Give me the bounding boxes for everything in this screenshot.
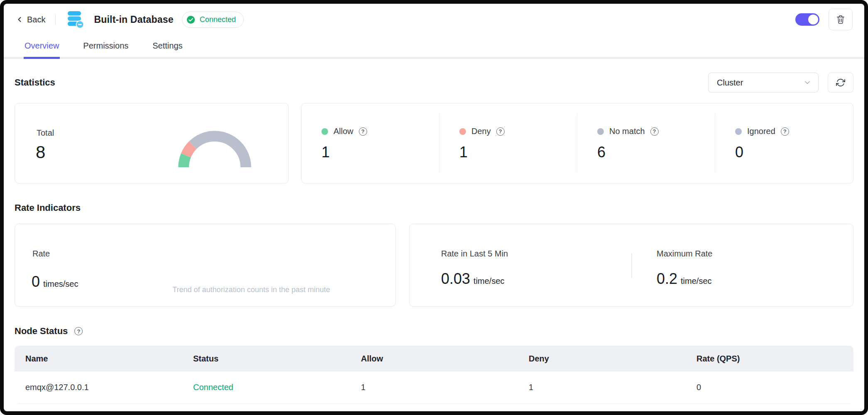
table-header-row: Name Status Allow Deny Rate (QPS) bbox=[15, 346, 853, 371]
rate-unit: times/sec bbox=[43, 279, 78, 289]
column-header-rate: Rate (QPS) bbox=[686, 354, 853, 364]
total-label: Total bbox=[37, 128, 54, 138]
maximum-rate-block: Maximum Rate 0.2 time/sec bbox=[638, 224, 853, 306]
rate-card: Rate 0 times/sec Trend of authorization … bbox=[15, 224, 396, 307]
deny-dot-icon bbox=[459, 128, 466, 135]
help-icon[interactable] bbox=[496, 127, 505, 136]
cell-node-deny: 1 bbox=[518, 383, 686, 392]
status-badge: Connected bbox=[182, 12, 244, 28]
metrics-card: Allow 1 Deny 1 bbox=[301, 103, 853, 183]
column-header-deny: Deny bbox=[518, 354, 686, 364]
trash-icon bbox=[836, 15, 845, 24]
node-status-table: Name Status Allow Deny Rate (QPS) emqx@1… bbox=[15, 346, 853, 404]
window-frame: Back Built-in Database Connected bbox=[0, 0, 868, 415]
tab-settings[interactable]: Settings bbox=[152, 36, 183, 59]
metric-value: 1 bbox=[459, 144, 577, 161]
statistics-cards-row: Total 8 Allow bbox=[15, 103, 853, 183]
cell-node-name: emqx@127.0.0.1 bbox=[15, 383, 182, 392]
chevron-down-icon bbox=[803, 78, 812, 87]
ignored-dot-icon bbox=[735, 128, 742, 135]
help-icon[interactable] bbox=[781, 127, 789, 136]
column-header-status: Status bbox=[182, 354, 350, 364]
back-button[interactable]: Back bbox=[15, 15, 45, 24]
toggle-knob bbox=[808, 15, 818, 24]
main-content: Statistics Cluster bbox=[4, 73, 864, 404]
maximum-rate-unit: time/sec bbox=[681, 276, 711, 286]
rate-last5-value: 0.03 bbox=[441, 270, 470, 288]
refresh-button[interactable] bbox=[828, 73, 853, 93]
statistics-controls: Cluster bbox=[708, 73, 853, 93]
rate-last5-block: Rate in Last 5 Min 0.03 time/sec bbox=[409, 224, 638, 306]
node-status-help-icon[interactable] bbox=[74, 327, 83, 335]
node-status-section-head: Node Status bbox=[15, 326, 853, 337]
database-icon bbox=[66, 10, 85, 29]
column-header-allow: Allow bbox=[350, 354, 518, 364]
total-value: 8 bbox=[36, 142, 45, 162]
rate-card-divider bbox=[631, 253, 632, 278]
allow-dot-icon bbox=[321, 128, 328, 135]
metric-value: 6 bbox=[597, 144, 715, 161]
metric-allow: Allow 1 bbox=[302, 103, 439, 183]
header-divider bbox=[55, 14, 56, 25]
metric-value: 1 bbox=[321, 144, 439, 161]
status-badge-label: Connected bbox=[200, 15, 236, 24]
page-header: Back Built-in Database Connected bbox=[4, 4, 864, 33]
metric-ignored: Ignored 0 bbox=[715, 103, 853, 183]
help-icon[interactable] bbox=[359, 127, 367, 136]
metric-label: Allow bbox=[333, 127, 353, 136]
delete-button[interactable] bbox=[829, 9, 853, 30]
scope-select-value: Cluster bbox=[717, 78, 743, 88]
tab-permissions[interactable]: Permissions bbox=[82, 36, 129, 59]
enable-toggle[interactable] bbox=[795, 13, 819, 26]
cell-node-status: Connected bbox=[182, 383, 350, 392]
total-card: Total 8 bbox=[15, 103, 289, 183]
authorization-gauge-chart bbox=[172, 124, 257, 167]
metric-label: Deny bbox=[471, 127, 491, 136]
check-circle-icon bbox=[186, 15, 196, 24]
maximum-rate-label: Maximum Rate bbox=[657, 249, 853, 259]
scope-select[interactable]: Cluster bbox=[708, 73, 819, 93]
node-status-heading: Node Status bbox=[15, 326, 68, 337]
rate-value: 0 bbox=[32, 273, 40, 290]
back-label: Back bbox=[27, 15, 45, 24]
chevron-left-icon bbox=[15, 15, 24, 24]
rate-summary-card: Rate in Last 5 Min 0.03 time/sec Maximum… bbox=[409, 224, 853, 307]
rate-indicators-heading: Rate Indicators bbox=[15, 203, 81, 213]
page-title: Built-in Database bbox=[94, 14, 173, 25]
metric-nomatch: No match 6 bbox=[577, 103, 715, 183]
rate-cards-row: Rate 0 times/sec Trend of authorization … bbox=[15, 224, 853, 307]
trend-placeholder-text: Trend of authorization counts in the pas… bbox=[119, 286, 384, 294]
metric-value: 0 bbox=[735, 144, 853, 161]
cell-node-rate: 0 bbox=[686, 383, 853, 392]
maximum-rate-value: 0.2 bbox=[657, 270, 677, 288]
table-row: emqx@127.0.0.1 Connected 1 1 0 bbox=[15, 371, 853, 404]
statistics-heading: Statistics bbox=[15, 77, 55, 88]
cell-node-allow: 1 bbox=[350, 383, 518, 392]
rate-label: Rate bbox=[32, 249, 50, 259]
rate-section-head: Rate Indicators bbox=[15, 203, 853, 213]
rate-last5-label: Rate in Last 5 Min bbox=[441, 249, 638, 259]
tab-bar: Overview Permissions Settings bbox=[4, 36, 864, 59]
page: Back Built-in Database Connected bbox=[4, 4, 864, 411]
nomatch-dot-icon bbox=[597, 128, 604, 135]
tab-overview[interactable]: Overview bbox=[24, 36, 60, 59]
metric-label: No match bbox=[609, 127, 645, 136]
metric-deny: Deny 1 bbox=[439, 103, 577, 183]
statistics-section-head: Statistics Cluster bbox=[15, 73, 853, 93]
column-header-name: Name bbox=[15, 354, 182, 364]
metric-label: Ignored bbox=[747, 127, 775, 136]
rate-last5-unit: time/sec bbox=[473, 276, 504, 286]
help-icon[interactable] bbox=[650, 127, 659, 136]
refresh-icon bbox=[836, 78, 845, 87]
